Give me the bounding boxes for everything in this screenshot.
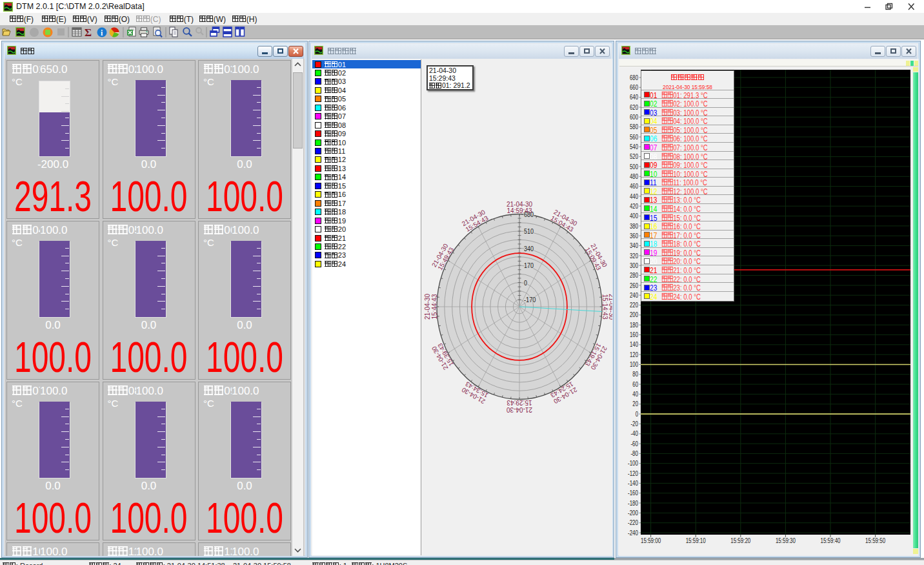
svg-text:-220: -220 (628, 519, 638, 526)
svg-text:-240: -240 (628, 529, 638, 537)
svg-text:140: 140 (630, 340, 638, 348)
svg-text:380: 380 (630, 222, 638, 230)
svg-text:660: 660 (630, 83, 638, 91)
svg-text:200: 200 (630, 311, 638, 318)
svg-text:-40: -40 (630, 429, 638, 437)
svg-text:15:14:43: 15:14:43 (601, 294, 608, 320)
svg-text:340: 340 (524, 245, 534, 252)
svg-text:340: 340 (630, 241, 638, 249)
svg-text:220: 220 (630, 301, 638, 309)
svg-text:360: 360 (630, 232, 638, 240)
svg-text:620: 620 (630, 103, 638, 111)
svg-text:260: 260 (630, 282, 638, 289)
svg-text:280: 280 (630, 271, 638, 279)
svg-text:Σ: Σ (85, 26, 92, 39)
svg-text:-20: -20 (630, 420, 638, 427)
svg-text:400: 400 (630, 212, 638, 220)
svg-text:240: 240 (630, 291, 638, 299)
svg-text:-80: -80 (630, 449, 638, 457)
svg-text:170: 170 (524, 262, 534, 269)
svg-text:100: 100 (630, 360, 638, 368)
svg-text:15:59:10: 15:59:10 (686, 537, 706, 544)
svg-text:15:59:20: 15:59:20 (730, 537, 750, 544)
svg-text:440: 440 (630, 192, 638, 200)
svg-text:560: 560 (630, 133, 638, 141)
svg-text:680: 680 (630, 74, 638, 81)
svg-text:-100: -100 (628, 459, 638, 467)
svg-text:510: 510 (524, 227, 534, 235)
svg-text:-170: -170 (524, 296, 536, 303)
svg-text:-180: -180 (628, 499, 638, 507)
svg-text:15:59:40: 15:59:40 (821, 537, 841, 544)
svg-text:460: 460 (630, 182, 638, 190)
svg-text:540: 540 (630, 143, 638, 150)
svg-text:0: 0 (636, 410, 638, 418)
svg-text:15:59:30: 15:59:30 (776, 537, 796, 544)
svg-text:-60: -60 (630, 440, 638, 447)
svg-text:180: 180 (630, 321, 638, 329)
svg-text:20: 20 (632, 400, 638, 407)
svg-text:15:59:50: 15:59:50 (865, 537, 885, 544)
svg-text:-140: -140 (628, 479, 638, 487)
svg-text:15:29:43: 15:29:43 (507, 399, 532, 406)
svg-text:21-04-30: 21-04-30 (424, 294, 431, 320)
svg-text:300: 300 (630, 262, 638, 269)
svg-text:80: 80 (632, 370, 638, 378)
svg-text:21-04-30: 21-04-30 (507, 406, 532, 413)
svg-text:15:44:43: 15:44:43 (431, 294, 438, 319)
svg-text:420: 420 (630, 202, 638, 210)
svg-text:580: 580 (630, 123, 638, 130)
svg-text:-120: -120 (628, 469, 638, 477)
svg-text:500: 500 (630, 163, 638, 170)
svg-text:320: 320 (630, 252, 638, 260)
svg-text:520: 520 (630, 152, 638, 160)
svg-text:120: 120 (630, 351, 638, 358)
svg-text:-160: -160 (628, 489, 638, 497)
svg-text:480: 480 (630, 172, 638, 180)
svg-text:640: 640 (630, 93, 638, 101)
svg-text:15:59:00: 15:59:00 (641, 537, 661, 544)
svg-text:160: 160 (630, 331, 638, 338)
svg-text:40: 40 (632, 390, 638, 398)
svg-text:0: 0 (524, 279, 527, 287)
svg-text:-200: -200 (628, 509, 638, 517)
svg-text:21-04-30: 21-04-30 (507, 201, 532, 208)
svg-text:600: 600 (630, 113, 638, 121)
svg-text:14:59:43: 14:59:43 (507, 207, 532, 214)
svg-text:60: 60 (632, 380, 638, 388)
